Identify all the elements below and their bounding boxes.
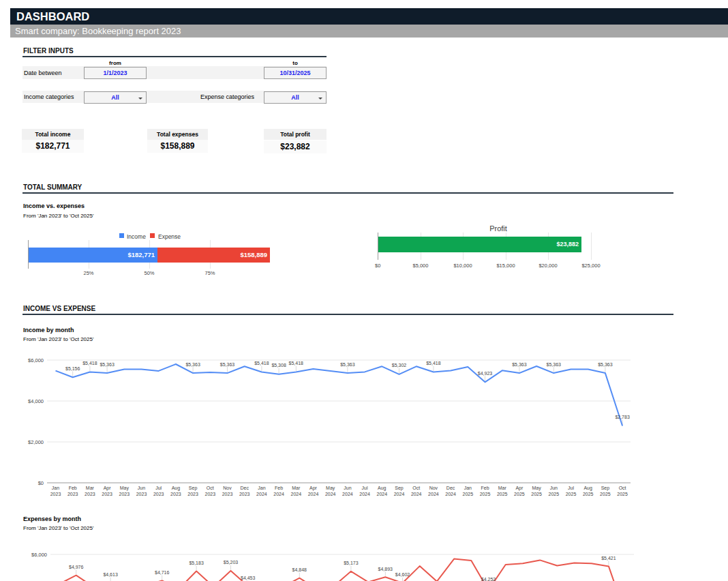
svg-text:Jan: Jan xyxy=(464,486,472,490)
svg-text:$4,923: $4,923 xyxy=(478,371,493,376)
svg-text:$5,183: $5,183 xyxy=(189,561,204,565)
svg-text:$4,000: $4,000 xyxy=(28,398,44,404)
svg-text:Jan: Jan xyxy=(258,486,265,490)
svg-text:$0: $0 xyxy=(38,480,44,486)
svg-text:Jul: Jul xyxy=(568,486,574,490)
svg-text:$4,252: $4,252 xyxy=(481,577,496,581)
svg-text:2024: 2024 xyxy=(394,492,405,496)
svg-text:$6,000: $6,000 xyxy=(28,357,44,363)
svg-text:$5,302: $5,302 xyxy=(392,363,407,368)
svg-text:Dec: Dec xyxy=(240,486,249,490)
svg-text:2024: 2024 xyxy=(308,492,319,496)
svg-text:$4,613: $4,613 xyxy=(103,572,118,577)
svg-text:Jul: Jul xyxy=(362,486,368,490)
svg-text:$5,418: $5,418 xyxy=(82,361,97,366)
svg-text:$5,418: $5,418 xyxy=(426,361,441,366)
svg-text:$5,418: $5,418 xyxy=(254,361,269,366)
svg-text:2023: 2023 xyxy=(187,492,198,496)
svg-text:Sep: Sep xyxy=(189,486,198,491)
svg-text:$5,363: $5,363 xyxy=(547,362,562,367)
svg-text:2025: 2025 xyxy=(583,492,594,496)
svg-text:Mar: Mar xyxy=(86,486,95,490)
svg-text:Feb: Feb xyxy=(275,486,283,490)
svg-text:Feb: Feb xyxy=(69,486,77,490)
svg-text:Oct: Oct xyxy=(412,486,420,490)
svg-text:2023: 2023 xyxy=(170,492,181,496)
svg-text:Jun: Jun xyxy=(550,486,558,490)
svg-text:Aug: Aug xyxy=(172,486,181,491)
svg-text:2023: 2023 xyxy=(85,492,95,496)
svg-text:Aug: Aug xyxy=(378,486,386,491)
svg-text:2025: 2025 xyxy=(600,492,611,496)
svg-text:$5,418: $5,418 xyxy=(289,361,304,366)
svg-text:2023: 2023 xyxy=(102,492,112,496)
svg-text:Jul: Jul xyxy=(155,486,162,490)
svg-text:Mar: Mar xyxy=(292,486,301,490)
svg-text:Aug: Aug xyxy=(583,486,592,491)
svg-text:Feb: Feb xyxy=(481,486,489,490)
svg-text:2023: 2023 xyxy=(50,492,61,496)
svg-text:$5,363: $5,363 xyxy=(340,362,355,367)
svg-text:$4,848: $4,848 xyxy=(292,567,307,572)
svg-text:$5,363: $5,363 xyxy=(598,362,613,367)
svg-text:2024: 2024 xyxy=(411,492,422,496)
svg-text:2023: 2023 xyxy=(119,492,130,496)
svg-text:$2,000: $2,000 xyxy=(28,439,44,445)
svg-text:2024: 2024 xyxy=(325,492,336,496)
svg-text:Jun: Jun xyxy=(138,486,145,490)
svg-text:Apr: Apr xyxy=(309,486,318,491)
svg-text:2024: 2024 xyxy=(359,492,370,496)
svg-text:2025: 2025 xyxy=(463,492,474,496)
svg-text:2025: 2025 xyxy=(480,492,491,496)
svg-text:2025: 2025 xyxy=(497,492,508,496)
svg-text:Nov: Nov xyxy=(429,486,438,490)
svg-text:Sep: Sep xyxy=(601,486,610,491)
svg-text:$5,421: $5,421 xyxy=(601,556,616,561)
svg-text:2023: 2023 xyxy=(136,492,147,496)
svg-text:2025: 2025 xyxy=(531,492,542,496)
svg-text:Jun: Jun xyxy=(344,486,351,490)
svg-text:$5,363: $5,363 xyxy=(220,362,235,367)
svg-text:2023: 2023 xyxy=(153,492,164,496)
svg-text:2024: 2024 xyxy=(291,492,302,496)
svg-text:Oct: Oct xyxy=(207,486,214,490)
svg-text:$5,363: $5,363 xyxy=(512,362,527,367)
svg-text:$5,363: $5,363 xyxy=(185,362,200,367)
svg-text:$2,783: $2,783 xyxy=(615,415,630,419)
svg-text:2024: 2024 xyxy=(256,492,267,496)
svg-text:$5,173: $5,173 xyxy=(344,561,359,565)
svg-text:$4,716: $4,716 xyxy=(155,570,170,575)
svg-text:Sep: Sep xyxy=(395,486,404,491)
svg-text:$4,453: $4,453 xyxy=(241,576,256,580)
svg-text:Apr: Apr xyxy=(104,486,112,491)
svg-text:2024: 2024 xyxy=(445,492,456,496)
svg-text:Oct: Oct xyxy=(619,486,626,490)
svg-text:2024: 2024 xyxy=(342,492,353,496)
svg-text:$4,602: $4,602 xyxy=(395,572,410,577)
svg-text:Mar: Mar xyxy=(498,486,507,490)
svg-text:2024: 2024 xyxy=(377,492,388,496)
svg-text:2024: 2024 xyxy=(428,492,439,496)
svg-text:Nov: Nov xyxy=(223,486,232,490)
svg-text:Dec: Dec xyxy=(446,486,455,490)
svg-text:May: May xyxy=(326,486,335,491)
svg-text:2023: 2023 xyxy=(67,492,78,496)
svg-text:Jan: Jan xyxy=(52,486,59,490)
svg-text:2025: 2025 xyxy=(514,492,525,496)
svg-text:2025: 2025 xyxy=(566,492,577,496)
svg-text:May: May xyxy=(532,486,541,491)
svg-text:$5,308: $5,308 xyxy=(271,363,286,368)
svg-text:$4,976: $4,976 xyxy=(69,565,84,569)
svg-text:2023: 2023 xyxy=(205,492,216,496)
svg-text:2025: 2025 xyxy=(549,492,560,496)
svg-text:2023: 2023 xyxy=(222,492,233,496)
svg-text:$5,156: $5,156 xyxy=(65,366,80,371)
svg-text:2023: 2023 xyxy=(239,492,250,496)
svg-text:$6,000: $6,000 xyxy=(31,552,47,558)
svg-text:2024: 2024 xyxy=(273,492,284,496)
svg-text:$5,203: $5,203 xyxy=(224,560,239,565)
svg-text:2025: 2025 xyxy=(617,492,628,496)
svg-text:$5,363: $5,363 xyxy=(100,362,115,367)
svg-text:May: May xyxy=(120,486,130,491)
svg-text:Apr: Apr xyxy=(515,486,524,491)
